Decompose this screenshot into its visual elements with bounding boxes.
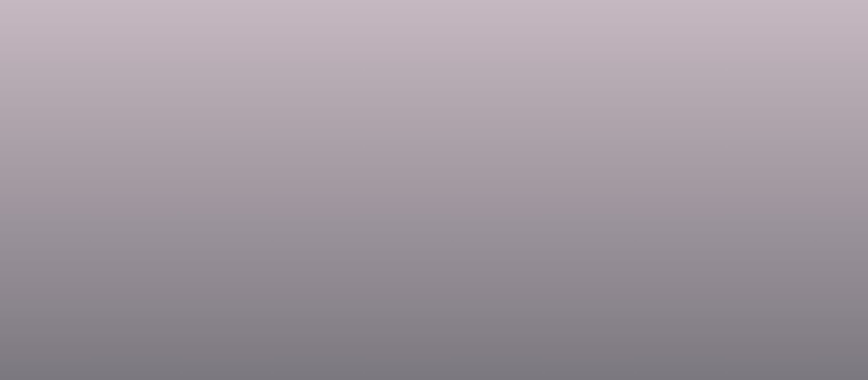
rebar-cage-scene[interactable] (0, 0, 107, 53)
rebar-cage-3d-viewport[interactable] (0, 0, 868, 380)
